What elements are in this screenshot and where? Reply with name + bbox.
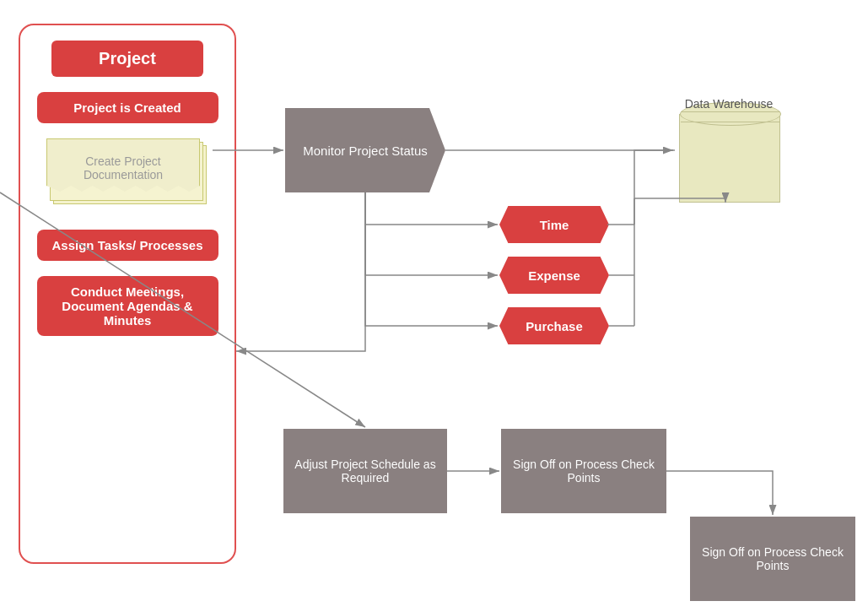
purchase-hex: Purchase [499, 307, 609, 344]
arrow-monitor-to-purchase [365, 192, 498, 326]
left-panel: Project Project is Created Create Projec… [19, 24, 236, 564]
arrow-monitor-to-assign [236, 192, 365, 351]
signoff-box-1: Sign Off on Process Check Points [501, 429, 666, 513]
assign-tasks-label: Assign Tasks/ Processes [52, 238, 203, 252]
monitor-project-box: Monitor Project Status [285, 108, 445, 192]
conduct-meetings-label: Conduct Meetings, Document Agendas & Min… [62, 284, 192, 328]
arrow-monitor-to-time [365, 192, 498, 225]
signoff-label-2: Sign Off on Process Check Points [690, 545, 855, 572]
arrow-monitor-to-expense [365, 192, 498, 275]
purchase-label: Purchase [526, 319, 583, 333]
project-created-label: Project is Created [73, 100, 181, 115]
data-warehouse-label: Data Warehouse [670, 97, 788, 111]
project-created-box: Project is Created [37, 92, 218, 123]
adjust-schedule-label: Adjust Project Schedule as Required [283, 458, 447, 485]
expense-hex: Expense [499, 257, 609, 294]
adjust-schedule-box: Adjust Project Schedule as Required [283, 429, 447, 513]
create-docs-label: Create Project Documentation [47, 154, 199, 181]
time-hex: Time [499, 206, 609, 243]
signoff-label-1: Sign Off on Process Check Points [501, 458, 666, 485]
create-docs-shape: Create Project Documentation [43, 138, 212, 214]
time-label: Time [540, 218, 569, 232]
diagram-canvas: Project Project is Created Create Projec… [0, 0, 868, 612]
cylinder-body [679, 114, 780, 203]
assign-tasks-box: Assign Tasks/ Processes [37, 230, 218, 261]
monitor-project-label: Monitor Project Status [303, 144, 428, 158]
arrow-signoff1-to-signoff2 [666, 471, 773, 515]
conduct-meetings-box: Conduct Meetings, Document Agendas & Min… [37, 276, 218, 336]
project-title: Project [51, 41, 203, 77]
connector-to-warehouse [634, 150, 675, 225]
signoff-box-2: Sign Off on Process Check Points [690, 517, 855, 601]
expense-label: Expense [528, 268, 580, 283]
